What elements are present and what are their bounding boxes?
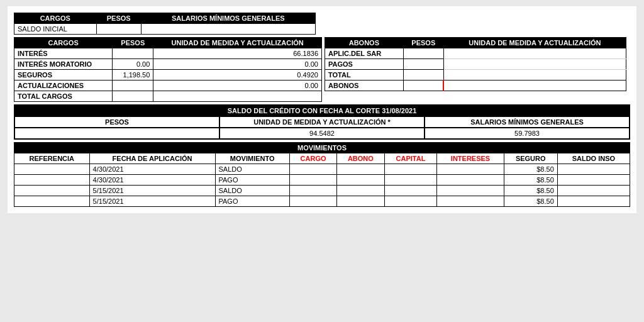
saldo-header: SALDO DEL CRÉDITO CON FECHA AL CORTE 31/… bbox=[14, 105, 630, 116]
left-cargos-table: CARGOS PESOS UNIDAD DE MEDIDA Y ACTUALIZ… bbox=[14, 37, 322, 102]
col-fecha: FECHA DE APLICACIÓN bbox=[89, 153, 215, 164]
interes-moratorio-label: INTERÉS MORATORIO bbox=[14, 59, 113, 70]
table-row: SALDO INICIAL bbox=[14, 24, 316, 35]
row3-intereses bbox=[437, 186, 504, 196]
top-col-salarios: SALARIOS MÍNIMOS GENERALES bbox=[141, 13, 315, 24]
row4-abono bbox=[337, 196, 384, 207]
movimientos-table: MOVIMIENTOS REFERENCIA FECHA DE APLICACI… bbox=[14, 142, 630, 207]
row2-abono bbox=[337, 175, 384, 186]
row4-capital bbox=[384, 196, 437, 207]
row2-intereses bbox=[437, 175, 504, 186]
aplic-sar-label: APLIC.DEL SAR bbox=[325, 48, 404, 59]
row1-ref bbox=[14, 164, 90, 175]
table-row: PAGOS bbox=[325, 59, 626, 70]
row3-mov: SALDO bbox=[215, 186, 289, 196]
total-cargos-pesos bbox=[113, 91, 153, 102]
aplic-sar-pesos bbox=[403, 48, 443, 59]
abonos-label: ABONOS bbox=[325, 80, 404, 91]
row1-abono bbox=[337, 164, 384, 175]
saldo-inicial-pesos bbox=[96, 24, 141, 35]
total-cargos-label: TOTAL CARGOS bbox=[14, 91, 113, 102]
row3-saldo bbox=[557, 186, 630, 196]
row4-intereses bbox=[437, 196, 504, 207]
interes-pesos bbox=[113, 48, 153, 59]
actualizaciones-pesos bbox=[113, 80, 153, 91]
table-row: SEGUROS 1,198.50 0.4920 bbox=[14, 70, 322, 80]
pagos-label: PAGOS bbox=[325, 59, 404, 70]
actualizaciones-label: ACTUALIZACIONES bbox=[14, 80, 113, 91]
row1-fecha: 4/30/2021 bbox=[89, 164, 215, 175]
row3-cargo bbox=[289, 186, 336, 196]
top-col-pesos: PESOS bbox=[96, 13, 141, 24]
abonos-udm bbox=[443, 80, 626, 91]
row1-intereses bbox=[437, 164, 504, 175]
total-abonos-total-label: TOTAL bbox=[325, 70, 404, 80]
saldo-inicial-label: SALDO INICIAL bbox=[14, 24, 97, 35]
table-row: 4/30/2021 SALDO $8.50 bbox=[14, 164, 630, 175]
row3-fecha: 5/15/2021 bbox=[89, 186, 215, 196]
table-row: APLIC.DEL SAR bbox=[325, 48, 626, 59]
row4-mov: PAGO bbox=[215, 196, 289, 207]
saldo-inicial-salarios bbox=[141, 24, 315, 35]
col-referencia: REFERENCIA bbox=[14, 153, 90, 164]
top-col-cargos: CARGOS bbox=[14, 13, 97, 24]
row4-fecha: 5/15/2021 bbox=[89, 196, 215, 207]
row4-cargo bbox=[289, 196, 336, 207]
col-intereses: INTERESES bbox=[437, 153, 504, 164]
seguros-label: SEGUROS bbox=[14, 70, 113, 80]
col-capital: CAPITAL bbox=[384, 153, 437, 164]
row2-cargo bbox=[289, 175, 336, 186]
total-abonos-total-udm bbox=[443, 70, 626, 80]
saldo-val-pesos bbox=[14, 128, 219, 139]
row2-mov: PAGO bbox=[215, 175, 289, 186]
left-col-udm: UNIDAD DE MEDIDA Y ACTUALIZACIÓN bbox=[153, 38, 322, 48]
total-abonos-total-pesos bbox=[403, 70, 443, 80]
table-row: ABONOS bbox=[325, 80, 626, 91]
table-row: 5/15/2021 SALDO $8.50 bbox=[14, 186, 630, 196]
saldo-col-pesos: PESOS bbox=[14, 116, 219, 128]
top-cargos-table: CARGOS PESOS SALARIOS MÍNIMOS GENERALES … bbox=[14, 13, 316, 35]
interes-udm: 66.1836 bbox=[153, 48, 322, 59]
interes-moratorio-pesos: 0.00 bbox=[113, 59, 153, 70]
col-saldo: SALDO INSO bbox=[557, 153, 630, 164]
saldo-val-udm: 94.5482 bbox=[219, 128, 425, 139]
aplic-sar-udm bbox=[443, 48, 626, 59]
right-col-udm: UNIDAD DE MEDIDA Y ACTUALIZACIÓN bbox=[443, 38, 626, 48]
saldo-credito-section: SALDO DEL CRÉDITO CON FECHA AL CORTE 31/… bbox=[14, 104, 630, 140]
table-row: TOTAL bbox=[325, 70, 626, 80]
saldo-col-udm: UNIDAD DE MEDIDA Y ACTUALIZACIÓN * bbox=[219, 116, 425, 128]
left-col-cargos: CARGOS bbox=[14, 38, 113, 48]
row3-abono bbox=[337, 186, 384, 196]
saldo-val-salarios: 59.7983 bbox=[425, 128, 630, 139]
col-abono: ABONO bbox=[337, 153, 384, 164]
right-abonos-table: ABONOS PESOS UNIDAD DE MEDIDA Y ACTUALIZ… bbox=[325, 37, 626, 91]
table-row: INTERÉS MORATORIO 0.00 0.00 bbox=[14, 59, 322, 70]
row4-seguro: $8.50 bbox=[504, 196, 557, 207]
row2-seguro: $8.50 bbox=[504, 175, 557, 186]
table-row: ACTUALIZACIONES 0.00 bbox=[14, 80, 322, 91]
row4-ref bbox=[14, 196, 90, 207]
right-col-abonos: ABONOS bbox=[325, 38, 404, 48]
left-col-pesos: PESOS bbox=[113, 38, 153, 48]
actualizaciones-udm: 0.00 bbox=[153, 80, 322, 91]
pagos-pesos bbox=[403, 59, 443, 70]
row2-fecha: 4/30/2021 bbox=[89, 175, 215, 186]
row3-ref bbox=[14, 186, 90, 196]
col-seguro: SEGURO bbox=[504, 153, 557, 164]
right-col-pesos: PESOS bbox=[403, 38, 443, 48]
row4-saldo bbox=[557, 196, 630, 207]
saldo-sub-header: PESOS UNIDAD DE MEDIDA Y ACTUALIZACIÓN *… bbox=[14, 116, 630, 128]
page-container: CARGOS PESOS SALARIOS MÍNIMOS GENERALES … bbox=[8, 6, 636, 213]
col-movimiento: MOVIMIENTO bbox=[215, 153, 289, 164]
middle-section: CARGOS PESOS UNIDAD DE MEDIDA Y ACTUALIZ… bbox=[14, 37, 630, 102]
row3-capital bbox=[384, 186, 437, 196]
saldo-values: 94.5482 59.7983 bbox=[14, 128, 630, 139]
saldo-col-salarios: SALARIOS MÍNIMOS GENERALES bbox=[425, 116, 630, 128]
row1-mov: SALDO bbox=[215, 164, 289, 175]
table-row: 5/15/2021 PAGO $8.50 bbox=[14, 196, 630, 207]
interes-label: INTERÉS bbox=[14, 48, 113, 59]
row2-ref bbox=[14, 175, 90, 186]
row3-seguro: $8.50 bbox=[504, 186, 557, 196]
table-row: INTERÉS 66.1836 bbox=[14, 48, 322, 59]
movimientos-title: MOVIMIENTOS bbox=[14, 143, 630, 153]
